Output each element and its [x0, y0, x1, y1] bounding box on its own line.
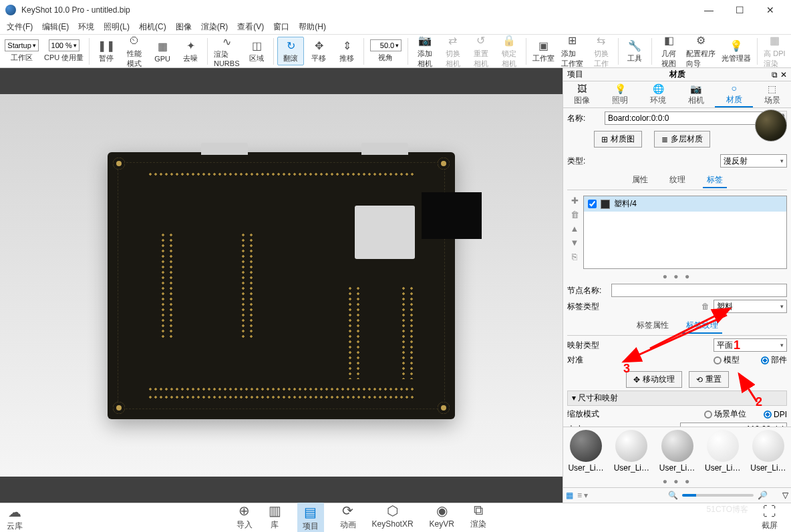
- menu-查看(V)[interactable]: 查看(V): [233, 20, 268, 34]
- material-thumb[interactable]: User_Li…: [566, 430, 606, 473]
- menu-编辑(E)[interactable]: 编辑(E): [38, 20, 73, 34]
- material-thumb[interactable]: User_Li…: [657, 430, 697, 473]
- pcb-model[interactable]: [108, 152, 455, 419]
- chip-icon: ▦: [156, 40, 169, 53]
- tab-相机[interactable]: 📷相机: [677, 81, 715, 107]
- list-view-icon[interactable]: ≡ ▾: [577, 491, 588, 500]
- maximize-button[interactable]: ☐: [724, 0, 755, 20]
- nurbs-button[interactable]: ∿渲染 NURBS: [211, 33, 242, 69]
- zoom-in-icon[interactable]: 🔎: [758, 491, 768, 500]
- reset-camera-button: ↺重置 相机: [468, 33, 494, 70]
- tab-环境[interactable]: 🌐环境: [639, 81, 677, 107]
- material-name-input[interactable]: [605, 111, 768, 125]
- menu-图像[interactable]: 图像: [172, 20, 196, 34]
- tools-button[interactable]: 🔧工具: [621, 37, 648, 65]
- subtab-标签属性[interactable]: 标签属性: [633, 318, 673, 334]
- bottom-动画[interactable]: ⟳动画: [340, 503, 356, 533]
- tumble-button[interactable]: ↻翻滚: [277, 37, 304, 65]
- cloud-library-button[interactable]: ☁云库: [7, 504, 23, 532]
- workspace-dropdown[interactable]: Startup: [5, 39, 38, 51]
- bottom-渲染[interactable]: ⧉渲染: [470, 503, 486, 533]
- multilayer-button[interactable]: ≣多层材质: [654, 131, 710, 148]
- config-wizard-button[interactable]: ⚙配置程序 向导: [683, 33, 718, 70]
- align-model-radio[interactable]: 模型: [714, 354, 740, 366]
- section-size-mapping[interactable]: ▾ 尺寸和映射: [567, 390, 787, 406]
- add-camera-button[interactable]: 📷添加 相机: [412, 33, 438, 70]
- fov-input[interactable]: 50.0: [370, 39, 402, 51]
- grid-view-icon[interactable]: ▦: [566, 491, 573, 500]
- dolly-button[interactable]: ⇕推移: [333, 37, 360, 65]
- workspace-group[interactable]: Startup 工作区: [3, 38, 41, 64]
- subtab-属性[interactable]: 属性: [628, 173, 652, 188]
- light-manager-button[interactable]: 💡光管理器: [720, 37, 754, 65]
- viewport[interactable]: [0, 68, 563, 503]
- add-studio-button[interactable]: ⊞添加 工作室: [559, 33, 587, 70]
- menu-窗口[interactable]: 窗口: [269, 20, 293, 34]
- tab-材质[interactable]: ○材质: [715, 81, 753, 107]
- close-button[interactable]: ✕: [755, 0, 786, 20]
- bottom-KeyShotXR[interactable]: ⬡KeyShotXR: [372, 503, 414, 533]
- close-panel-icon[interactable]: ✕: [780, 70, 787, 79]
- performance-button[interactable]: ⏲性能 模式: [121, 33, 148, 70]
- copy-label-icon[interactable]: ⎘: [572, 252, 577, 262]
- tab-照明[interactable]: 💡照明: [601, 81, 639, 107]
- menu-文件(F)[interactable]: 文件(F): [3, 20, 37, 34]
- mapping-type-select[interactable]: 平面: [714, 338, 787, 352]
- geo-view-button[interactable]: ◧几何 视图: [655, 33, 682, 70]
- node-name-label: 节点名称:: [567, 285, 607, 296]
- move-texture-button[interactable]: ✥移动纹理: [626, 371, 682, 388]
- menu-环境[interactable]: 环境: [74, 20, 98, 34]
- bottom-项目[interactable]: ▤项目: [297, 503, 324, 533]
- type-select[interactable]: 漫反射: [720, 154, 787, 168]
- align-part-radio[interactable]: 部件: [761, 354, 787, 366]
- node-name-input[interactable]: [611, 284, 787, 297]
- scale-scene-radio[interactable]: 场景单位: [704, 409, 746, 420]
- material-thumb[interactable]: User_Li…: [748, 430, 788, 473]
- pause-button[interactable]: ❚❚暂停: [93, 37, 120, 65]
- menu-帮助(H)[interactable]: 帮助(H): [295, 20, 330, 34]
- reset-button[interactable]: ⟲重置: [689, 371, 729, 388]
- delete-label-icon[interactable]: 🗑: [571, 210, 579, 220]
- denoise-button[interactable]: ✦去噪: [177, 37, 204, 65]
- tab-场景[interactable]: ⬚场景: [753, 81, 791, 107]
- delete-type-icon[interactable]: 🗑: [701, 302, 709, 311]
- resize-handle-icon[interactable]: ● ● ●: [567, 272, 787, 281]
- cpu-dropdown[interactable]: 100 %: [49, 39, 80, 51]
- add-label-icon[interactable]: ✚: [571, 196, 579, 206]
- title-bar: KeyShot 10.0 Pro - untitled.bip — ☐ ✕: [0, 0, 791, 20]
- material-thumb[interactable]: User_Li…: [703, 430, 743, 473]
- material-graph-button[interactable]: ⊞材质图: [594, 131, 642, 148]
- cpu-group[interactable]: 100 % CPU 使用量: [42, 38, 86, 64]
- label-visible-checkbox[interactable]: [588, 200, 597, 208]
- resize-handle-icon[interactable]: ● ● ●: [563, 475, 791, 487]
- pan-button[interactable]: ✥平移: [305, 37, 332, 65]
- filter-icon[interactable]: ▽: [782, 491, 788, 500]
- zoom-slider[interactable]: [682, 494, 754, 497]
- studio-button[interactable]: ▣工作室: [529, 37, 557, 65]
- material-thumb[interactable]: User_Li…: [611, 430, 651, 473]
- screenshot-button[interactable]: ⛶截屏: [762, 504, 778, 531]
- move-down-icon[interactable]: ▼: [571, 238, 579, 248]
- bottom-KeyVR[interactable]: ◉KeyVR: [430, 503, 454, 533]
- material-preview-sphere[interactable]: [755, 109, 787, 142]
- fov-group[interactable]: 50.0视角: [367, 38, 404, 64]
- label-list[interactable]: 塑料/4: [583, 196, 787, 269]
- bottom-导入[interactable]: ⊕导入: [236, 503, 253, 533]
- region-button[interactable]: ◫区域: [243, 37, 270, 65]
- tab-图像[interactable]: 🖼图像: [563, 81, 601, 107]
- gpu-button[interactable]: ▦GPU: [149, 39, 176, 64]
- move-up-icon[interactable]: ▲: [571, 224, 579, 234]
- subtab-纹理[interactable]: 纹理: [665, 173, 689, 188]
- zoom-out-icon[interactable]: 🔍: [668, 491, 678, 500]
- scale-dpi-radio[interactable]: DPI: [764, 410, 787, 419]
- undock-icon[interactable]: ⧉: [772, 70, 778, 79]
- list-item[interactable]: 塑料/4: [584, 196, 786, 212]
- label-type-select[interactable]: 塑料: [714, 300, 787, 313]
- switch-work-button: ⇆切换 工作: [588, 33, 615, 70]
- subtab-标签纹理[interactable]: 标签纹理: [682, 318, 722, 334]
- bottom-库[interactable]: ▥库: [269, 503, 281, 533]
- subtab-标签[interactable]: 标签: [703, 173, 727, 188]
- size-input[interactable]: [680, 423, 787, 427]
- minimize-button[interactable]: —: [693, 0, 724, 20]
- menu-渲染(R)[interactable]: 渲染(R): [197, 20, 232, 34]
